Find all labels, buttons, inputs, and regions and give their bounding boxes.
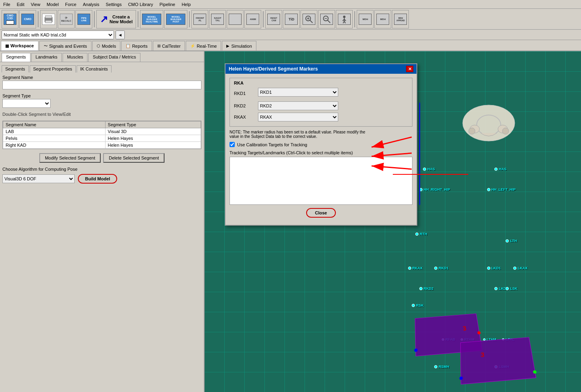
tab-signals-events[interactable]: 〜 Signals and Events	[39, 41, 91, 51]
delete-selected-segment-btn[interactable]: Delete Selected Segment	[103, 153, 165, 163]
segment-name-input[interactable]	[2, 81, 201, 89]
rkd2-label: RKD2	[234, 103, 258, 108]
rkax-dropdown[interactable]: RKD1 RKD2 RKAX	[258, 113, 338, 121]
inner-tab-segment-properties[interactable]: Segment Properties	[30, 65, 76, 73]
svg-point-10	[343, 16, 345, 18]
svg-rect-1	[45, 16, 52, 18]
mdh2-btn[interactable]: MDH	[374, 10, 391, 28]
reports-tab-icon: 📋	[126, 44, 130, 48]
build-model-btn[interactable]: Build Model	[78, 174, 117, 184]
table-row[interactable]: PelvisHelen Hayes	[3, 135, 201, 142]
toolbar: CMO C3D CMO ⟳ RECALC PIPE LINE ↗ C	[0, 9, 581, 30]
recalc-btn[interactable]: ⟳ RECALC	[58, 10, 75, 28]
svg-line-15	[344, 21, 345, 23]
separator-4	[189, 11, 190, 27]
tab-workspace[interactable]: ▦ Workspace	[1, 41, 39, 51]
menu-pipeline[interactable]: Pipeline	[156, 1, 179, 8]
col-segment-type: Segment Type	[105, 121, 201, 128]
table-row[interactable]: LABVisual 3D	[3, 128, 201, 135]
cmo-c3d-btn[interactable]: CMO C3D	[2, 10, 18, 28]
sub-tab-segments[interactable]: Segments	[2, 53, 30, 62]
rkd2-dropdown[interactable]: RKD1 RKD2 RKAX	[258, 101, 338, 110]
pipeline-btn[interactable]: PIPE LINE	[75, 10, 92, 28]
cmo-btn[interactable]: CMO	[19, 10, 36, 28]
algo-label: Choose Algorithm for Computing Pose	[2, 167, 201, 172]
tid-btn[interactable]: TiD	[283, 10, 300, 28]
dialog-body: RKA RKD1 RKD1 RKD2 RKAX	[225, 74, 416, 225]
file-selector-arrow-btn[interactable]: ◄	[116, 30, 125, 39]
inner-tab-segments[interactable]: Segments	[2, 65, 29, 73]
modify-selected-segment-btn[interactable]: Modify Selected Segment	[39, 153, 101, 163]
zoom-out-btn[interactable]	[318, 10, 335, 28]
model-builder-realtime-btn[interactable]: MODEL BUILDER REALTIME	[140, 10, 163, 28]
menu-view[interactable]: View	[28, 1, 44, 8]
simulation-tab-icon: ▶	[226, 44, 230, 48]
models-tab-label: Models	[102, 44, 116, 48]
sub-tab-muscles[interactable]: Muscles	[63, 53, 87, 62]
dblclick-hint: Double-Click Segment to View/Edit	[2, 112, 201, 117]
segment-type-dropdown[interactable]	[2, 99, 51, 108]
dialog-close-x-btn[interactable]: ✕	[406, 66, 413, 72]
table-row[interactable]: Right KADHelen Hayes	[3, 142, 201, 149]
rkd1-label: RKD1	[234, 91, 258, 96]
dialog-footer: Close	[230, 205, 412, 221]
algo-dropdown[interactable]: Visual3D 6 DOF	[2, 174, 75, 183]
right-panel: 3 3 RTH LTH RKAX	[205, 51, 581, 392]
axis-vertical	[419, 103, 420, 205]
menu-cmo-library[interactable]: CMO Library	[125, 1, 156, 8]
reports-tab-label: Reports	[132, 44, 148, 48]
dialog-close-button[interactable]: Close	[306, 208, 336, 218]
model-builder-post-btn[interactable]: MODEL BUILDER POST	[164, 10, 187, 28]
tab-reports[interactable]: 📋 Reports	[121, 41, 152, 51]
rkd2-row: RKD2 RKD1 RKD2 RKAX	[234, 101, 408, 110]
svg-line-8	[327, 20, 330, 23]
tab-simulation[interactable]: ▶ Simulation	[222, 41, 256, 51]
animation-btn[interactable]: ANIM	[244, 10, 261, 28]
mdh1-btn[interactable]: MDH	[357, 10, 374, 28]
menu-file[interactable]: File	[0, 1, 14, 8]
bottom-buttons: Modify Selected Segment Delete Selected …	[2, 153, 201, 163]
zoom-in-btn[interactable]	[301, 10, 317, 28]
tracking-list[interactable]	[230, 157, 412, 205]
calibration-checkbox[interactable]	[230, 142, 235, 147]
inner-tab-ik-constraints[interactable]: IK Constraints	[77, 65, 112, 73]
sagittal-btn[interactable]: SAGIT TAL	[209, 10, 226, 28]
menu-help[interactable]: Help	[179, 1, 194, 8]
print-btn[interactable]	[40, 10, 57, 28]
algo-row: Visual3D 6 DOF Build Model	[2, 174, 201, 184]
viewport-3d[interactable]: 3 3 RTH LTH RKAX	[205, 51, 581, 392]
tab-models[interactable]: ⬡ Models	[92, 41, 120, 51]
reset-camera-btn[interactable]: RESET CAM	[265, 10, 282, 28]
segment-type-section: Segment Type	[2, 93, 201, 108]
workspace-tab-icon: ▦	[5, 44, 9, 48]
menu-edit[interactable]: Edit	[14, 1, 28, 8]
inner-tab-bar: Segments Segment Properties IK Constrain…	[0, 64, 204, 73]
menu-force[interactable]: Force	[62, 1, 79, 8]
segment-type-cell: Helen Hayes	[105, 135, 201, 142]
tab-caltester[interactable]: ⊞ CalTester	[153, 41, 185, 51]
rkd1-dropdown[interactable]: RKD1 RKD2 RKAX	[258, 88, 338, 97]
dialog-note: NOTE: The marker radius has been set to …	[230, 130, 412, 139]
dialog-titlebar[interactable]: Helen Hayes/Derived Segment Markers ✕	[225, 64, 416, 74]
right-view-btn[interactable]	[227, 10, 244, 28]
menu-settings[interactable]: Settings	[102, 1, 125, 8]
person-btn[interactable]	[336, 10, 353, 28]
frontal-btn[interactable]: FRONT AL	[191, 10, 208, 28]
menu-analysis[interactable]: Analysis	[79, 1, 102, 8]
sub-tab-subject-data[interactable]: Subject Data / Metrics	[88, 53, 140, 62]
main-tab-bar: ▦ Workspace 〜 Signals and Events ⬡ Model…	[0, 40, 581, 51]
svg-line-4	[310, 20, 313, 23]
separator-3	[138, 11, 138, 27]
sub-tab-landmarks[interactable]: Landmarks	[31, 53, 62, 62]
tab-real-time[interactable]: ⚡ Real-Time	[186, 41, 221, 51]
file-selector-dropdown[interactable]: Normal Static with KAD trial.c3d	[2, 30, 114, 39]
caltester-tab-icon: ⊞	[157, 44, 160, 48]
bone-model	[457, 99, 521, 152]
create-new-model-btn[interactable]: ↗ Create aNew Model	[96, 10, 136, 28]
append-btn[interactable]: MDH APPEND	[392, 10, 409, 28]
dot-blue-left	[414, 348, 418, 352]
dialog-title: Helen Hayes/Derived Segment Markers	[229, 66, 318, 72]
rkax-row: RKAX RKD1 RKD2 RKAX	[234, 113, 408, 121]
content-area: Segments Landmarks Muscles Subject Data …	[0, 51, 581, 392]
menu-model[interactable]: Model	[43, 1, 62, 8]
